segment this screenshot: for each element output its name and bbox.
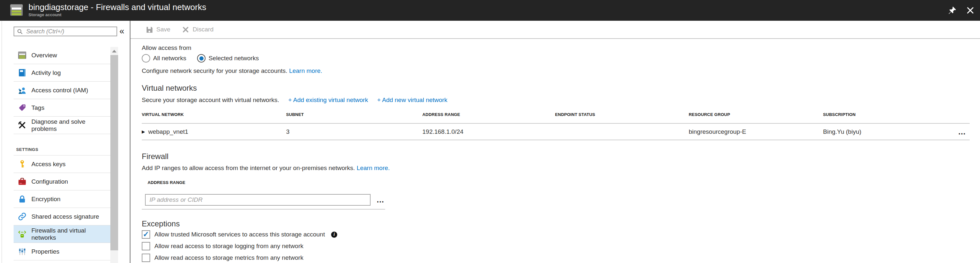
col-virtual-network: VIRTUAL NETWORK bbox=[142, 112, 286, 117]
radio-all-networks[interactable]: All networks bbox=[142, 54, 186, 62]
firewall-divider bbox=[142, 209, 385, 210]
col-endpoint-status: ENDPOINT STATUS bbox=[555, 112, 689, 117]
exceptions-heading: Exceptions bbox=[142, 219, 980, 228]
diagnose-icon bbox=[18, 121, 27, 129]
page-subtitle: Storage account bbox=[29, 12, 206, 17]
command-bar: Save Discard bbox=[130, 21, 980, 39]
radio-all-networks-label: All networks bbox=[153, 55, 186, 62]
sidebar-section-settings: SETTINGS bbox=[14, 134, 110, 155]
table-row[interactable]: ▶ webapp_vnet1 3 192.168.1.0/24 bingreso… bbox=[142, 124, 970, 140]
address-range-menu-icon[interactable]: … bbox=[376, 198, 385, 201]
firewalls-blade: Save Discard Allow access from All netwo… bbox=[130, 21, 980, 263]
exception-storage-metrics[interactable]: ✓ Allow read access to storage metrics f… bbox=[142, 253, 980, 262]
sidebar-item-access-control[interactable]: Access control (IAM) bbox=[14, 81, 110, 99]
sidebar-item-shared-access-signature[interactable]: Shared access signature bbox=[14, 208, 110, 225]
firewall-input-row: … bbox=[142, 194, 980, 206]
virtual-network-icon bbox=[18, 230, 27, 238]
scroll-up-icon[interactable] bbox=[110, 47, 118, 55]
sidebar-item-configuration[interactable]: Configuration bbox=[14, 173, 110, 190]
virtual-networks-heading: Virtual networks bbox=[142, 84, 980, 92]
scrollbar-thumb[interactable] bbox=[110, 55, 118, 250]
col-resource-group: RESOURCE GROUP bbox=[689, 112, 823, 117]
storage-overview-icon bbox=[18, 51, 27, 60]
radio-selected-networks[interactable]: Selected networks bbox=[197, 54, 259, 62]
allow-access-label: Allow access from bbox=[142, 44, 980, 51]
activity-log-icon bbox=[18, 69, 27, 77]
learn-more-link-firewall[interactable]: Learn more. bbox=[357, 164, 390, 171]
checkbox-storage-metrics[interactable]: ✓ bbox=[142, 253, 150, 262]
cell-address-range: 192.168.1.0/24 bbox=[422, 128, 555, 135]
info-icon[interactable]: i bbox=[331, 231, 337, 238]
col-menu bbox=[940, 112, 970, 117]
tag-icon bbox=[18, 103, 27, 112]
sidebar-item-diagnose[interactable]: Diagnose and solve problems bbox=[14, 116, 110, 134]
collapse-sidebar-button[interactable]: « bbox=[119, 27, 124, 36]
firewall-heading: Firewall bbox=[142, 152, 980, 161]
storage-account-icon bbox=[10, 3, 23, 17]
cell-subscription: Bing.Yu (biyu) bbox=[823, 128, 940, 135]
save-icon bbox=[146, 26, 153, 33]
close-icon[interactable] bbox=[966, 6, 975, 15]
toolbox-icon bbox=[18, 177, 27, 186]
link-icon bbox=[18, 212, 27, 221]
sidebar-item-label: Access keys bbox=[32, 161, 66, 168]
discard-button[interactable]: Discard bbox=[182, 26, 213, 33]
sidebar-item-encryption[interactable]: Encryption bbox=[14, 190, 110, 208]
exception-trusted-services-label: Allow trusted Microsoft services to acce… bbox=[154, 231, 325, 238]
vnet-name: webapp_vnet1 bbox=[148, 128, 188, 135]
sidebar-item-label: Encryption bbox=[32, 196, 60, 203]
search-icon bbox=[17, 29, 23, 35]
sidebar-scrollbar[interactable] bbox=[110, 47, 118, 263]
sidebar-item-label: Access control (IAM) bbox=[32, 87, 88, 94]
lock-icon bbox=[18, 194, 27, 203]
virtual-networks-description: Secure your storage account with virtual… bbox=[142, 97, 279, 104]
save-button[interactable]: Save bbox=[146, 26, 170, 33]
discard-label: Discard bbox=[192, 26, 213, 33]
cell-resource-group: bingresourcegroup-E bbox=[689, 128, 823, 135]
row-context-menu-icon[interactable]: … bbox=[940, 130, 970, 134]
sliders-icon bbox=[18, 247, 27, 256]
col-address-range: ADDRESS RANGE bbox=[422, 112, 555, 117]
access-control-icon bbox=[18, 86, 27, 94]
learn-more-link-network[interactable]: Learn more. bbox=[289, 67, 322, 74]
sidebar-item-access-keys[interactable]: Access keys bbox=[14, 155, 110, 173]
checkbox-storage-logging[interactable]: ✓ bbox=[142, 242, 150, 250]
table-header-row: VIRTUAL NETWORK SUBNET ADDRESS RANGE END… bbox=[142, 112, 970, 124]
pin-icon[interactable] bbox=[948, 6, 957, 15]
exception-storage-logging[interactable]: ✓ Allow read access to storage logging f… bbox=[142, 242, 980, 250]
cell-subnet: 3 bbox=[286, 128, 422, 135]
firewall-description: Add IP ranges to allow access from the i… bbox=[142, 164, 980, 172]
sidebar-item-label: Properties bbox=[32, 248, 60, 255]
radio-unselected-icon[interactable] bbox=[142, 54, 150, 62]
add-existing-vnet-link[interactable]: + Add existing virtual network bbox=[288, 97, 368, 104]
sidebar-item-label: Configuration bbox=[32, 178, 68, 185]
blade-content: Allow access from All networks Selected … bbox=[130, 39, 980, 262]
sidebar-item-label: Tags bbox=[32, 104, 45, 112]
exception-storage-logging-label: Allow read access to storage logging fro… bbox=[154, 242, 303, 250]
sidebar-item-properties[interactable]: Properties bbox=[14, 243, 110, 260]
expand-row-icon[interactable]: ▶ bbox=[142, 129, 145, 134]
allow-access-options: All networks Selected networks bbox=[142, 54, 980, 62]
sidebar-item-firewalls-and-virtual-networks[interactable]: Firewalls and virtual networks bbox=[14, 225, 110, 243]
address-range-column-label: ADDRESS RANGE bbox=[142, 180, 980, 185]
sidebar-item-overview[interactable]: Overview bbox=[14, 47, 110, 64]
checkbox-trusted-services[interactable]: ✓ bbox=[142, 230, 150, 239]
virtual-networks-subheader: Secure your storage account with virtual… bbox=[142, 97, 980, 104]
blade-header: bingdiagstorage - Firewalls and virtual … bbox=[0, 0, 980, 21]
exception-storage-metrics-label: Allow read access to storage metrics fro… bbox=[154, 254, 303, 261]
sidebar-item-label: Shared access signature bbox=[32, 213, 99, 220]
sidebar-item-tags[interactable]: Tags bbox=[14, 99, 110, 116]
save-label: Save bbox=[156, 26, 170, 33]
sidebar-item-activity-log[interactable]: Activity log bbox=[14, 64, 110, 81]
sidebar-search bbox=[14, 27, 117, 36]
ip-address-input[interactable] bbox=[145, 194, 371, 206]
add-new-vnet-link[interactable]: + Add new virtual network bbox=[377, 97, 447, 104]
allow-access-description: Configure network security for your stor… bbox=[142, 67, 980, 75]
virtual-networks-table: VIRTUAL NETWORK SUBNET ADDRESS RANGE END… bbox=[142, 112, 970, 140]
sidebar-item-label: Activity log bbox=[32, 69, 61, 77]
cell-virtual-network: ▶ webapp_vnet1 bbox=[142, 128, 286, 135]
search-input[interactable] bbox=[25, 28, 114, 35]
exception-trusted-services[interactable]: ✓ Allow trusted Microsoft services to ac… bbox=[142, 230, 980, 239]
radio-selected-networks-label: Selected networks bbox=[208, 55, 259, 62]
radio-selected-icon[interactable] bbox=[197, 54, 205, 62]
